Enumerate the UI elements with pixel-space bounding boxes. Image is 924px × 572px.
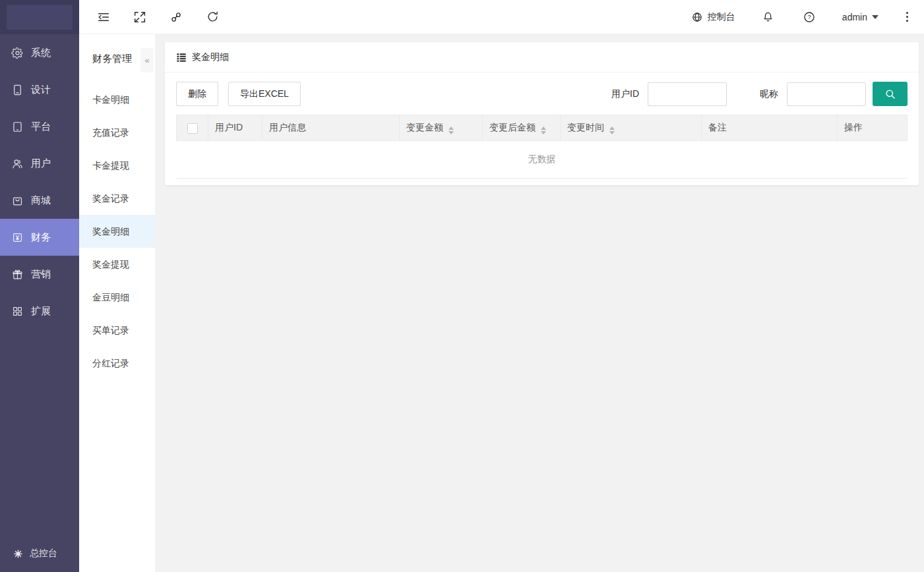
sidebar-item-label: 营销 bbox=[31, 268, 51, 281]
design-device-icon bbox=[11, 84, 24, 96]
collapse-submenu-button[interactable]: « bbox=[140, 48, 154, 72]
gear-icon bbox=[13, 549, 23, 559]
sidebar-item-label: 财务 bbox=[31, 231, 51, 244]
column-header-user-id: 用户ID bbox=[208, 115, 262, 141]
topbar: 控制台 ? admin bbox=[79, 0, 924, 34]
submenu-item-label: 奖金明细 bbox=[92, 226, 129, 237]
empty-row: 无数据 bbox=[177, 141, 908, 179]
more-options-icon[interactable] bbox=[904, 9, 911, 24]
finance-yen-icon bbox=[11, 231, 24, 244]
submenu-item-dividend-records[interactable]: 分红记录 bbox=[79, 347, 155, 380]
sort-icon[interactable] bbox=[609, 127, 615, 134]
user-id-label: 用户ID bbox=[611, 88, 639, 100]
users-icon bbox=[11, 157, 24, 170]
sidebar-item-label: 扩展 bbox=[31, 305, 51, 318]
submenu-item-card-detail[interactable]: 卡金明细 bbox=[79, 83, 155, 116]
submenu-item-label: 充值记录 bbox=[92, 127, 129, 138]
column-label: 备注 bbox=[708, 122, 727, 132]
column-label: 用户信息 bbox=[269, 122, 306, 132]
card-toolbar: 删除 导出EXCEL 用户ID 昵称 bbox=[165, 72, 919, 115]
logo-area bbox=[0, 0, 79, 34]
column-header-remark: 备注 bbox=[702, 115, 838, 141]
filter-bar: 用户ID 昵称 bbox=[611, 82, 908, 106]
column-header-actions: 操作 bbox=[838, 115, 908, 141]
refresh-icon[interactable] bbox=[204, 9, 220, 25]
primary-sidebar: 系统 设计 平台 用户 bbox=[0, 0, 79, 572]
submenu-item-bonus-detail[interactable]: 奖金明细 bbox=[79, 215, 155, 248]
sidebar-item-design[interactable]: 设计 bbox=[0, 71, 79, 108]
nickname-input[interactable] bbox=[787, 82, 866, 106]
select-all-cell bbox=[177, 115, 208, 141]
export-excel-button[interactable]: 导出EXCEL bbox=[228, 82, 301, 106]
sort-icon[interactable] bbox=[541, 127, 546, 134]
extension-grid-icon bbox=[11, 305, 24, 318]
platform-device-icon bbox=[11, 121, 24, 133]
list-icon bbox=[176, 52, 187, 63]
column-label: 变更时间 bbox=[567, 122, 604, 132]
submenu-nav: 卡金明细 充值记录 卡金提现 奖金记录 奖金明细 奖金提现 金豆明细 买单记录 … bbox=[79, 83, 155, 380]
sidebar-item-platform[interactable]: 平台 bbox=[0, 108, 79, 145]
admin-page: 控制台 ? admin bbox=[0, 0, 924, 572]
sidebar-item-system[interactable]: 系统 bbox=[0, 34, 79, 71]
submenu-item-pay-records[interactable]: 买单记录 bbox=[79, 314, 155, 347]
column-label: 操作 bbox=[844, 122, 863, 132]
sidebar-item-extension[interactable]: 扩展 bbox=[0, 293, 79, 329]
chevron-double-left-icon: « bbox=[144, 55, 149, 65]
nickname-label: 昵称 bbox=[760, 88, 778, 100]
logo bbox=[7, 5, 73, 30]
sort-icon[interactable] bbox=[448, 127, 454, 134]
sidebar-item-label: 设计 bbox=[31, 84, 51, 96]
bonus-detail-card: 奖金明细 删除 导出EXCEL 用户ID 昵称 bbox=[165, 42, 919, 185]
sidebar-item-mall[interactable]: 商城 bbox=[0, 182, 79, 219]
sidebar-item-label: 用户 bbox=[31, 157, 51, 170]
sidebar-item-users[interactable]: 用户 bbox=[0, 145, 79, 182]
sidebar-item-master-console[interactable]: 总控台 bbox=[0, 535, 79, 572]
user-menu-label: admin bbox=[842, 12, 867, 22]
submenu-item-card-withdraw[interactable]: 卡金提现 bbox=[79, 149, 155, 182]
sidebar-item-finance[interactable]: 财务 bbox=[0, 219, 79, 256]
column-header-user-info: 用户信息 bbox=[262, 115, 400, 141]
search-button[interactable] bbox=[873, 82, 908, 106]
secondary-sidebar: 财务管理 « 卡金明细 充值记录 卡金提现 奖金记录 奖金明细 奖金提现 金豆明… bbox=[79, 34, 155, 572]
submenu-item-recharge-records[interactable]: 充值记录 bbox=[79, 116, 155, 149]
table-header-row: 用户ID 用户信息 变更金额 变更后金额 bbox=[177, 115, 908, 141]
console-label: 控制台 bbox=[708, 11, 735, 23]
submenu-item-bonus-records[interactable]: 奖金记录 bbox=[79, 182, 155, 215]
column-label: 变更金额 bbox=[406, 122, 443, 132]
menu-fold-icon[interactable] bbox=[96, 9, 111, 25]
topbar-tools bbox=[96, 9, 220, 25]
card-header: 奖金明细 bbox=[165, 42, 919, 72]
fullscreen-icon[interactable] bbox=[132, 9, 148, 25]
submenu-item-label: 买单记录 bbox=[92, 325, 129, 335]
submenu-item-label: 分红记录 bbox=[92, 358, 129, 368]
topbar-right: 控制台 ? admin bbox=[691, 9, 911, 25]
user-id-input[interactable] bbox=[648, 82, 727, 106]
empty-state-text: 无数据 bbox=[177, 141, 908, 179]
select-all-checkbox[interactable] bbox=[187, 123, 198, 134]
sidebar-item-label: 系统 bbox=[31, 47, 51, 59]
sidebar-item-marketing[interactable]: 营销 bbox=[0, 256, 79, 293]
bell-icon[interactable] bbox=[760, 9, 776, 25]
bonus-detail-table: 用户ID 用户信息 变更金额 变更后金额 bbox=[176, 115, 908, 179]
submenu-item-bonus-withdraw[interactable]: 奖金提现 bbox=[79, 248, 155, 281]
column-label: 用户ID bbox=[215, 122, 243, 132]
user-menu[interactable]: admin bbox=[842, 12, 878, 22]
console-menu[interactable]: 控制台 bbox=[691, 11, 735, 23]
submenu-title: 财务管理 bbox=[92, 53, 132, 65]
column-header-change-amount: 变更金额 bbox=[400, 115, 483, 141]
content-area: 奖金明细 删除 导出EXCEL 用户ID 昵称 bbox=[155, 34, 924, 572]
gear-icon bbox=[11, 47, 24, 59]
submenu-item-goldbean-detail[interactable]: 金豆明细 bbox=[79, 281, 155, 314]
sidebar-item-label: 商城 bbox=[31, 194, 51, 207]
link-icon[interactable] bbox=[168, 9, 184, 25]
submenu-item-label: 奖金提现 bbox=[92, 259, 129, 270]
table-container: 用户ID 用户信息 变更金额 变更后金额 bbox=[165, 115, 919, 179]
submenu-item-label: 金豆明细 bbox=[92, 292, 129, 302]
page-title: 奖金明细 bbox=[192, 51, 229, 63]
help-icon[interactable]: ? bbox=[801, 9, 817, 25]
sidebar-footer-label: 总控台 bbox=[30, 548, 57, 559]
delete-button[interactable]: 删除 bbox=[176, 82, 218, 106]
globe-icon bbox=[691, 11, 703, 23]
sidebar-item-label: 平台 bbox=[31, 121, 51, 133]
submenu-header: 财务管理 « bbox=[79, 34, 155, 83]
